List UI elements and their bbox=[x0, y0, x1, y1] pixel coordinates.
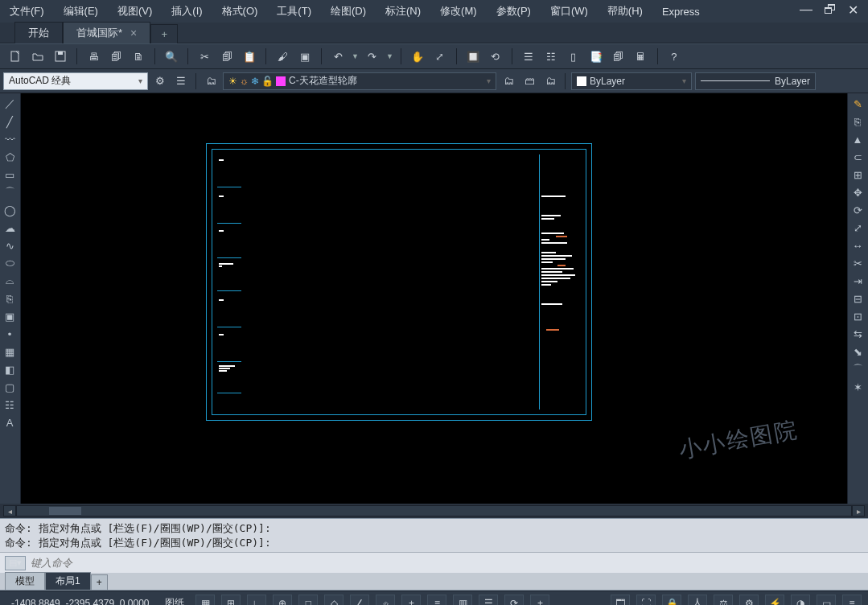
clean-screen-icon[interactable]: ▭ bbox=[817, 595, 836, 606]
selection-cycling-icon[interactable]: ⟳ bbox=[504, 595, 524, 606]
tab-document[interactable]: 首城国际* × bbox=[63, 22, 150, 43]
menu-view[interactable]: 视图(V) bbox=[113, 2, 157, 20]
construction-line-icon[interactable]: ╱ bbox=[2, 113, 18, 130]
workspace-save-icon[interactable]: ☰ bbox=[172, 72, 190, 90]
workspace-switch-icon[interactable]: ⚙ bbox=[739, 595, 759, 606]
quick-properties-icon[interactable]: ☰ bbox=[479, 595, 498, 606]
command-input[interactable] bbox=[31, 557, 191, 569]
print-icon[interactable]: 🖶 bbox=[84, 47, 102, 65]
polar-tracking-icon[interactable]: ⊕ bbox=[273, 595, 292, 606]
block-editor-icon[interactable]: ▣ bbox=[296, 47, 314, 65]
join-icon[interactable]: ⇆ bbox=[849, 326, 866, 342]
publish-icon[interactable]: 🗎 bbox=[130, 47, 147, 65]
maximize-viewport-icon[interactable]: ⛶ bbox=[636, 595, 656, 606]
zoom-extents-icon[interactable]: ⤢ bbox=[431, 47, 449, 65]
menu-window[interactable]: 窗口(W) bbox=[545, 2, 593, 20]
copy-object-icon[interactable]: ⎘ bbox=[849, 113, 866, 130]
menu-modify[interactable]: 修改(M) bbox=[435, 2, 482, 20]
tool-palettes-icon[interactable]: ▯ bbox=[565, 47, 582, 65]
trim-icon[interactable]: ✂ bbox=[849, 255, 866, 271]
workspace-settings-icon[interactable]: ⚙ bbox=[151, 72, 169, 90]
annotation-monitor-icon[interactable]: + bbox=[530, 595, 549, 606]
scroll-right-button[interactable]: ▸ bbox=[852, 505, 865, 517]
chamfer-icon[interactable]: ⬊ bbox=[849, 344, 866, 360]
pan-icon[interactable]: ✋ bbox=[409, 47, 426, 65]
color-combo[interactable]: ByLayer ▾ bbox=[571, 72, 692, 90]
annotation-visibility-icon[interactable]: 人 bbox=[688, 595, 707, 606]
arc-icon[interactable]: ⌒ bbox=[2, 184, 18, 200]
layout-tab-model[interactable]: 模型 bbox=[5, 572, 45, 590]
properties-icon[interactable]: ☰ bbox=[520, 47, 537, 65]
redo-icon[interactable]: ↷ bbox=[364, 47, 381, 65]
tab-start[interactable]: 开始 bbox=[14, 22, 63, 43]
model-paper-toggle-icon[interactable]: 🗔 bbox=[611, 595, 630, 606]
fillet-icon[interactable]: ⌒ bbox=[849, 361, 866, 377]
make-block-icon[interactable]: ▣ bbox=[2, 308, 18, 324]
undo-icon[interactable]: ↶ bbox=[329, 47, 347, 65]
command-menu-button[interactable]: ▤▾ bbox=[5, 556, 26, 570]
revision-cloud-icon[interactable]: ☁ bbox=[2, 220, 18, 236]
find-icon[interactable]: 🔍 bbox=[162, 47, 180, 65]
minimize-button[interactable]: — bbox=[796, 2, 816, 18]
point-icon[interactable]: • bbox=[2, 326, 18, 342]
erase-icon[interactable]: ✎ bbox=[849, 96, 866, 112]
help-icon[interactable]: ? bbox=[665, 47, 683, 65]
horizontal-scrollbar[interactable] bbox=[16, 505, 852, 517]
menu-dimension[interactable]: 标注(N) bbox=[381, 2, 426, 20]
region-icon[interactable]: ▢ bbox=[2, 379, 18, 395]
sheet-set-icon[interactable]: 📑 bbox=[587, 47, 605, 65]
paste-icon[interactable]: 📋 bbox=[241, 47, 258, 65]
snap-grid-icon[interactable]: ▦ bbox=[195, 595, 215, 606]
menu-help[interactable]: 帮助(H) bbox=[603, 2, 648, 20]
3dosnap-icon[interactable]: ◇ bbox=[324, 595, 343, 606]
rectangle-icon[interactable]: ▭ bbox=[2, 167, 18, 183]
layout-tab-add[interactable]: + bbox=[91, 574, 108, 590]
maximize-button[interactable]: 🗗 bbox=[821, 2, 840, 18]
layer-states-icon[interactable]: 🗃 bbox=[520, 72, 538, 90]
gradient-icon[interactable]: ◧ bbox=[2, 361, 18, 377]
mtext-icon[interactable]: A bbox=[2, 414, 18, 430]
extend-icon[interactable]: ⇥ bbox=[849, 273, 866, 289]
offset-icon[interactable]: ⊂ bbox=[849, 149, 866, 165]
cut-icon[interactable]: ✂ bbox=[195, 47, 213, 65]
markup-icon[interactable]: 🗐 bbox=[610, 47, 627, 65]
hatch-icon[interactable]: ▦ bbox=[2, 344, 18, 360]
ortho-icon[interactable]: ∟ bbox=[247, 595, 266, 606]
break-icon[interactable]: ⊡ bbox=[849, 308, 866, 324]
customization-icon[interactable]: ≡ bbox=[842, 595, 862, 606]
ellipse-icon[interactable]: ⬭ bbox=[2, 255, 18, 271]
transparency-icon[interactable]: ▥ bbox=[453, 595, 472, 606]
tab-close-icon[interactable]: × bbox=[130, 27, 137, 39]
table-icon[interactable]: ☷ bbox=[2, 397, 18, 413]
otrack-icon[interactable]: ∠ bbox=[350, 595, 369, 606]
explode-icon[interactable]: ✶ bbox=[849, 379, 866, 395]
menu-express[interactable]: Express bbox=[657, 4, 705, 19]
auto-scale-icon[interactable]: ⚖ bbox=[714, 595, 733, 606]
layer-combo[interactable]: ☀ ☼ ❄ 🔓 C-天花造型轮廓 ▾ bbox=[223, 72, 496, 90]
menu-draw[interactable]: 绘图(D) bbox=[326, 2, 371, 20]
ellipse-arc-icon[interactable]: ⌓ bbox=[2, 273, 18, 289]
open-icon[interactable] bbox=[29, 47, 47, 65]
polyline-icon[interactable]: 〰 bbox=[2, 131, 18, 147]
tab-add[interactable]: + bbox=[150, 24, 178, 43]
snap-mode-icon[interactable]: ⊞ bbox=[221, 595, 241, 606]
line-icon[interactable]: ／ bbox=[2, 96, 18, 112]
menu-format[interactable]: 格式(O) bbox=[217, 2, 263, 20]
copy-icon[interactable]: 🗐 bbox=[218, 47, 236, 65]
ducs-icon[interactable]: ⟐ bbox=[376, 595, 395, 606]
polygon-icon[interactable]: ⬠ bbox=[2, 149, 18, 165]
layer-previous-icon[interactable]: 🗂 bbox=[500, 72, 517, 90]
stretch-icon[interactable]: ↔ bbox=[849, 237, 866, 253]
circle-icon[interactable]: ◯ bbox=[2, 202, 18, 218]
spline-icon[interactable]: ∿ bbox=[2, 237, 18, 253]
new-icon[interactable] bbox=[6, 47, 24, 65]
scroll-thumb[interactable] bbox=[49, 507, 81, 515]
isolate-objects-icon[interactable]: ◑ bbox=[791, 595, 810, 606]
layer-manager-icon[interactable]: 🗂 bbox=[202, 72, 220, 90]
workspace-combo[interactable]: AutoCAD 经典 ▾ bbox=[3, 72, 148, 90]
scroll-left-button[interactable]: ◂ bbox=[3, 505, 16, 517]
menu-insert[interactable]: 插入(I) bbox=[167, 2, 207, 20]
drawing-canvas[interactable]: 小小绘图院 bbox=[21, 93, 847, 504]
scale-icon[interactable]: ⤢ bbox=[849, 220, 866, 236]
break-at-point-icon[interactable]: ⊟ bbox=[849, 290, 866, 307]
